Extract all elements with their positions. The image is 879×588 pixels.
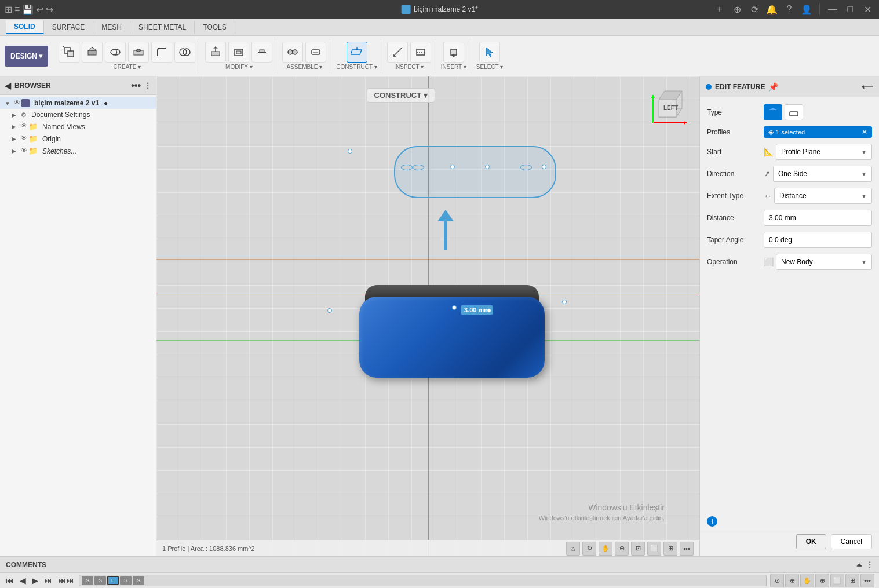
view-grid-btn[interactable]: ⊞ xyxy=(663,542,677,556)
distance-input[interactable] xyxy=(764,210,872,226)
extrude-btn[interactable] xyxy=(82,42,103,63)
align-btn[interactable] xyxy=(251,42,272,63)
status-tool-5[interactable]: ⬜ xyxy=(830,574,844,587)
hole-btn[interactable] xyxy=(128,42,149,63)
handle-pt-2[interactable] xyxy=(327,308,332,313)
status-tool-3[interactable]: ✋ xyxy=(800,574,814,587)
comments-resize[interactable]: ⋮ xyxy=(866,561,873,569)
timeline-extrude[interactable]: E xyxy=(107,576,119,585)
sketches-vis-icon[interactable]: 👁 xyxy=(21,147,27,155)
home-btn[interactable]: ⊕ xyxy=(730,2,744,16)
browser-resize-btn[interactable]: ⋮ xyxy=(144,82,151,90)
view-cube[interactable]: LEFT xyxy=(647,88,688,129)
svg-text:LEFT: LEFT xyxy=(663,105,678,111)
measure-btn[interactable] xyxy=(387,42,408,63)
section-btn[interactable] xyxy=(410,42,431,63)
timeline-prev-btn[interactable]: ◀ xyxy=(19,575,27,586)
operation-dropdown[interactable]: New Body ▼ xyxy=(776,254,872,270)
revolve-btn[interactable] xyxy=(105,42,126,63)
info-icon[interactable]: i xyxy=(707,516,717,527)
add-tab-btn[interactable]: + xyxy=(713,2,727,16)
comments-collapse[interactable]: ⏶ xyxy=(856,561,863,569)
tree-doc-settings[interactable]: ▶ ⚙ Document Settings xyxy=(0,109,156,120)
maximize-btn[interactable]: □ xyxy=(843,2,857,16)
select-btn[interactable] xyxy=(479,42,500,63)
panel-content: Type Profiles ◈ 1 selected xyxy=(700,97,879,514)
joint-btn[interactable] xyxy=(282,42,303,63)
sync-btn[interactable]: ⟳ xyxy=(747,2,761,16)
direction-dropdown[interactable]: One Side ▼ xyxy=(773,166,872,182)
tree-named-views[interactable]: ▶ 👁 📁 Named Views xyxy=(0,120,156,133)
combine-btn[interactable] xyxy=(174,42,195,63)
origin-vis-icon[interactable]: 👁 xyxy=(21,134,27,143)
browser-menu-btn[interactable]: ••• xyxy=(131,81,141,91)
status-tool-1[interactable]: ⊙ xyxy=(770,574,784,587)
new-component-btn[interactable] xyxy=(59,42,79,63)
doc-vis-icon[interactable]: ⚙ xyxy=(21,111,27,119)
type-btn-solid[interactable] xyxy=(764,104,782,120)
construct-plane-btn[interactable] xyxy=(347,42,367,63)
tab-solid[interactable]: SOLID xyxy=(6,20,44,34)
extent-type-row: Extent Type ↔ Distance ▼ xyxy=(707,188,872,204)
tab-sheet-metal[interactable]: SHEET METAL xyxy=(130,21,195,34)
status-tool-4[interactable]: ⊕ xyxy=(815,574,829,587)
view-orbit-btn[interactable]: ↻ xyxy=(582,542,596,556)
view-fit-btn[interactable]: ⊡ xyxy=(631,542,645,556)
timeline-sketch-3[interactable]: S xyxy=(120,576,132,585)
status-tool-2[interactable]: ⊕ xyxy=(785,574,799,587)
view-home-btn[interactable]: ⌂ xyxy=(566,542,580,556)
tab-surface[interactable]: SURFACE xyxy=(44,21,94,34)
tab-mesh[interactable]: MESH xyxy=(93,21,130,34)
root-vis-icon[interactable]: 👁 xyxy=(14,99,20,107)
view-display-btn[interactable]: ⬜ xyxy=(647,542,661,556)
timeline-sketch-1[interactable]: S xyxy=(82,576,93,585)
cancel-btn[interactable]: Cancel xyxy=(831,534,872,549)
close-btn[interactable]: ✕ xyxy=(860,2,874,16)
extent-dropdown[interactable]: Distance ▼ xyxy=(774,188,872,204)
tab-tools[interactable]: TOOLS xyxy=(195,21,235,34)
handle-pt-4[interactable] xyxy=(562,300,567,304)
handle-pt-3[interactable] xyxy=(452,305,457,310)
taper-input[interactable] xyxy=(764,232,872,248)
timeline-track[interactable]: S S E S S xyxy=(79,575,767,586)
tree-origin[interactable]: ▶ 👁 📁 Origin xyxy=(0,133,156,145)
profiles-clear-btn[interactable]: ✕ xyxy=(862,128,867,136)
insert-mesh-btn[interactable] xyxy=(443,42,464,63)
app-logo xyxy=(401,5,410,14)
motion-btn[interactable] xyxy=(305,42,326,63)
timeline-play-btn[interactable]: ▶ xyxy=(31,575,39,586)
viewport[interactable]: CONSTRUCT ▾ LEFT xyxy=(156,76,699,556)
notification-btn[interactable]: 🔔 xyxy=(765,2,779,16)
start-dropdown[interactable]: Profile Plane ▼ xyxy=(776,144,872,160)
panel-pin-btn[interactable]: 📌 xyxy=(768,82,778,92)
tree-sketches[interactable]: ▶ 👁 📁 Sketches... xyxy=(0,145,156,157)
ok-btn[interactable]: OK xyxy=(796,534,826,549)
root-active-icon[interactable]: ● xyxy=(104,99,108,107)
minimize-btn[interactable]: — xyxy=(826,2,840,16)
press-pull-btn[interactable] xyxy=(205,42,226,63)
timeline-sketch-2[interactable]: S xyxy=(94,576,106,585)
handle-pt-1[interactable] xyxy=(348,149,352,154)
status-tool-7[interactable]: ••• xyxy=(860,574,874,587)
design-btn[interactable]: DESIGN ▾ xyxy=(5,46,48,67)
browser-collapse-btn[interactable]: ◀ xyxy=(5,81,11,90)
view-pan-btn[interactable]: ✋ xyxy=(599,542,612,556)
tree-root[interactable]: ▼ 👁 biçim malzeme 2 v1 ● xyxy=(0,97,156,109)
timeline-sketch-4[interactable]: S xyxy=(133,576,144,585)
handle-pt-5[interactable] xyxy=(487,308,491,313)
type-btn-surface[interactable] xyxy=(785,104,803,120)
fillet-btn[interactable] xyxy=(151,42,172,63)
shell-btn[interactable] xyxy=(228,42,249,63)
view-env-btn[interactable]: ••• xyxy=(680,542,694,556)
help-btn[interactable]: ? xyxy=(782,2,796,16)
extrude-arrow[interactable] xyxy=(437,210,454,250)
user-btn[interactable]: 👤 xyxy=(800,2,814,16)
timeline-next-btn[interactable]: ⏭ xyxy=(43,575,53,586)
timeline-end-btn[interactable]: ⏭⏭ xyxy=(57,575,75,586)
views-vis-icon[interactable]: 👁 xyxy=(21,122,27,131)
view-zoom-btn[interactable]: ⊕ xyxy=(615,542,629,556)
panel-collapse-btn[interactable]: ⟵ xyxy=(862,82,873,92)
timeline-start-btn[interactable]: ⏮ xyxy=(5,575,15,586)
profiles-selected[interactable]: ◈ 1 selected ✕ xyxy=(764,126,872,138)
status-tool-6[interactable]: ⊞ xyxy=(845,574,859,587)
